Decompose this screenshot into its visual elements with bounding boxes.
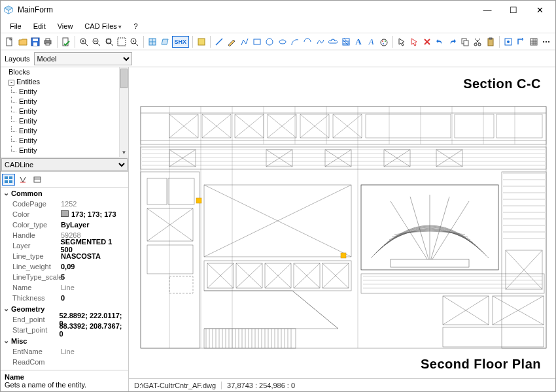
draw-polyline-icon[interactable] [239,36,249,48]
zoom-all-icon[interactable] [129,36,139,48]
svg-rect-71 [141,106,546,348]
menu-help[interactable]: ? [128,21,143,31]
cut-icon[interactable] [472,36,483,48]
open-file-icon[interactable] [17,36,27,48]
svg-line-15 [97,43,100,46]
view-events-icon[interactable] [31,174,44,186]
svg-rect-141 [341,253,346,258]
tree-node-entity[interactable]: Entity [7,116,128,126]
grid-icon[interactable] [528,36,538,48]
draw-cloud-icon[interactable] [328,36,338,48]
copy-icon[interactable] [460,36,470,48]
draw-arc2-icon[interactable] [302,36,313,48]
zoom-window-icon[interactable] [116,36,127,48]
svg-rect-142 [204,261,351,291]
svg-rect-140 [196,198,201,203]
toolbar-sep [210,36,211,48]
group-common[interactable]: Common [1,188,128,199]
svg-line-11 [85,43,88,46]
draw-pen-icon[interactable] [226,36,237,48]
prop-value[interactable]: SEGMENTED 1 500 [60,238,126,253]
view-alphabetical-icon[interactable] [16,174,29,186]
more-icon[interactable] [541,36,551,48]
tree-node-entity[interactable]: Entity [7,136,128,146]
draw-spline-icon[interactable] [315,36,326,48]
doc-check-icon[interactable] [60,36,71,48]
snap-icon[interactable] [503,36,513,48]
tree-node-entity[interactable]: Entity [7,126,128,136]
svg-rect-130 [147,178,167,204]
properties-panel[interactable]: Common CodePage1252 Color173; 173; 173 C… [1,188,128,370]
cube-tl-icon[interactable] [147,36,157,48]
delete-icon[interactable] [422,36,432,48]
prop-value[interactable]: 0 [61,294,65,302]
tree-node-entities[interactable]: -Entities [7,77,128,87]
app-icon [3,5,14,15]
paint-icon[interactable] [379,36,389,48]
ortho-icon[interactable] [515,36,526,48]
svg-point-47 [478,43,481,46]
prop-value[interactable]: 0,09 [61,263,75,270]
menu-view[interactable]: View [52,21,78,31]
toolbar-sep [143,36,144,48]
svg-rect-215 [361,274,544,293]
tree-node-entity[interactable]: Entity [7,97,128,106]
minimize-button[interactable]: — [474,1,500,19]
text-bold-icon[interactable]: A [353,36,364,48]
color-swatch-icon[interactable] [196,36,206,48]
tree-scrollbar[interactable]: ▲ ▼ [119,67,128,157]
prop-value[interactable]: NASCOSTA [61,252,101,260]
prop-value[interactable]: 1252 [61,200,77,208]
redo-icon[interactable] [447,36,457,48]
text-italic-icon[interactable]: A [366,36,376,48]
tree-node-entity[interactable]: Entity [7,146,128,155]
prop-value[interactable]: 5 [61,273,65,281]
scroll-thumb[interactable] [120,69,128,88]
cube-tr-icon[interactable] [160,36,170,48]
save-icon[interactable] [30,36,41,48]
entity-type-select[interactable]: CADLine [1,158,128,171]
property-description-pane: Name Gets a name of the entity. [1,370,128,391]
prop-value[interactable]: 88.3392; 208.7367; 0 [59,322,126,338]
undo-icon[interactable] [434,36,445,48]
prop-value[interactable]: Line [61,284,75,291]
svg-point-59 [543,41,544,42]
menu-file[interactable]: File [5,21,27,31]
draw-ellipse-icon[interactable] [277,36,288,48]
cursor-icon[interactable] [396,36,407,48]
svg-line-29 [216,39,222,45]
menu-edit[interactable]: Edit [28,21,51,31]
draw-circle-icon[interactable] [264,36,275,48]
prop-value[interactable]: ByLayer [61,221,89,229]
cursor-red-icon[interactable] [409,36,419,48]
print-icon[interactable] [43,36,53,48]
zoom-out-icon[interactable] [91,36,101,48]
draw-rect-icon[interactable] [252,36,262,48]
shx-button[interactable]: SHX [172,36,188,48]
paste-icon[interactable] [485,36,495,48]
tree-node-blocks[interactable]: Blocks [7,67,128,77]
draw-line-icon[interactable] [214,36,224,48]
prop-value[interactable]: Line [61,348,75,355]
svg-rect-51 [489,38,492,39]
zoom-in-icon[interactable] [78,36,89,48]
menu-cad-files[interactable]: CAD Files [79,21,127,31]
cad-drawing[interactable] [129,67,555,378]
color-swatch-icon [61,210,69,217]
entity-tree[interactable]: Blocks -Entities Entity Entity Entity En… [1,67,128,157]
layouts-select[interactable]: Model [34,52,132,65]
tree-node-entity[interactable]: Entity [7,106,128,116]
zoom-fit-icon[interactable] [103,36,114,48]
maximize-button[interactable]: ☐ [500,1,527,19]
svg-rect-108 [141,147,546,169]
prop-value[interactable]: 173; 173; 173 [61,210,116,218]
scroll-down-icon[interactable]: ▼ [120,148,128,157]
drawing-viewport[interactable]: Section C-C Second Floor Plan D:\GAT-Cul… [129,67,555,391]
view-categorized-icon[interactable] [2,174,15,186]
svg-line-49 [475,39,479,43]
new-file-icon[interactable] [5,36,15,48]
tree-node-entity[interactable]: Entity [7,87,128,97]
close-button[interactable]: ✕ [527,1,553,19]
draw-arc-icon[interactable] [290,36,300,48]
draw-hatch-icon[interactable] [340,36,351,48]
